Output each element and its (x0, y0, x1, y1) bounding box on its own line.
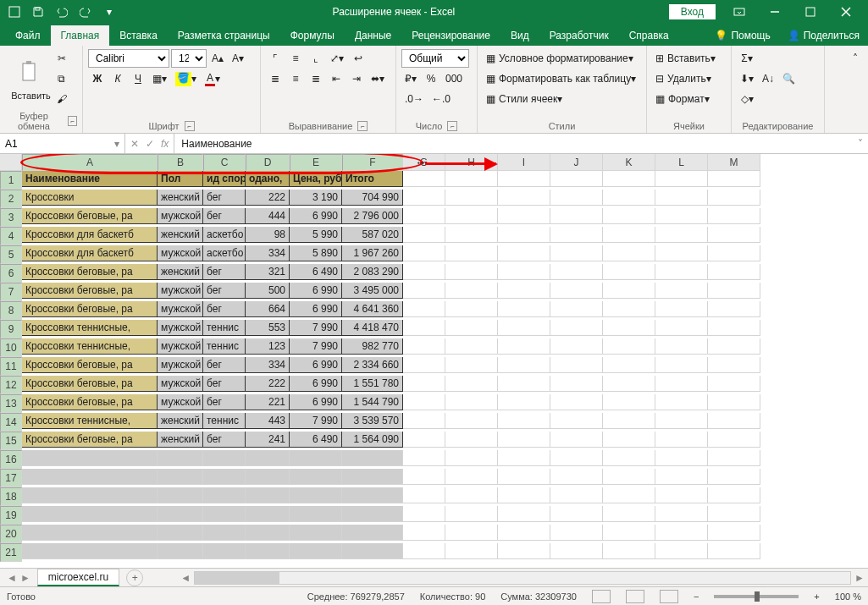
col-header-F[interactable]: F (342, 154, 403, 171)
empty-cell[interactable] (22, 525, 158, 541)
empty-cell[interactable] (603, 320, 655, 336)
empty-cell[interactable] (498, 264, 550, 280)
empty-cell[interactable] (203, 543, 246, 559)
empty-cell[interactable] (403, 469, 445, 485)
empty-cell[interactable] (655, 394, 708, 410)
qat-customize-icon[interactable]: ▾ (100, 3, 119, 21)
empty-cell[interactable] (655, 413, 708, 429)
empty-cell[interactable] (550, 320, 603, 336)
data-cell[interactable]: 4 641 360 (342, 301, 403, 317)
empty-cell[interactable] (655, 376, 708, 392)
empty-cell[interactable] (246, 450, 290, 466)
empty-cell[interactable] (498, 487, 550, 503)
empty-cell[interactable] (403, 190, 445, 206)
fx-icon[interactable]: fx (161, 138, 169, 150)
data-cell[interactable]: 1 551 780 (342, 376, 403, 392)
zoom-out-icon[interactable]: − (694, 591, 699, 602)
header-cell[interactable] (655, 171, 708, 187)
format-table-button[interactable]: ▦ Форматировать как таблицу ▾ (483, 69, 641, 88)
align-top-icon[interactable]: ⌜ (266, 49, 285, 68)
data-cell[interactable]: 6 990 (290, 301, 342, 317)
empty-cell[interactable] (708, 227, 760, 243)
empty-cell[interactable] (445, 543, 498, 559)
close-icon[interactable] (829, 3, 863, 21)
data-cell[interactable]: 7 990 (290, 413, 342, 429)
tab-разметка страницы[interactable]: Разметка страницы (168, 25, 280, 46)
cond-format-button[interactable]: ▦ Условное форматирование ▾ (483, 49, 641, 68)
dec-decimal-icon[interactable]: ←.0 (428, 90, 454, 108)
header-cell[interactable]: ид спорт (203, 171, 246, 187)
row-header-12[interactable]: 12 (0, 376, 22, 394)
zoom-in-icon[interactable]: + (814, 591, 819, 602)
save-icon[interactable] (29, 3, 47, 21)
empty-cell[interactable] (603, 190, 655, 206)
empty-cell[interactable] (246, 525, 290, 541)
empty-cell[interactable] (655, 543, 708, 559)
row-header-19[interactable]: 19 (0, 506, 22, 525)
empty-cell[interactable] (403, 543, 445, 559)
empty-cell[interactable] (550, 543, 603, 559)
empty-cell[interactable] (498, 432, 550, 448)
delete-cells-button[interactable]: ⊟ Удалить ▾ (652, 69, 726, 88)
data-cell[interactable]: Кроссовки беговые, ра (22, 432, 158, 448)
data-cell[interactable]: 3 495 000 (342, 283, 403, 299)
empty-cell[interactable] (655, 320, 708, 336)
empty-cell[interactable] (445, 208, 498, 224)
sort-filter-icon[interactable]: A↓ (759, 55, 777, 102)
empty-cell[interactable] (708, 245, 760, 261)
col-header-L[interactable]: L (655, 154, 708, 171)
empty-cell[interactable] (445, 245, 498, 261)
row-header-7[interactable]: 7 (0, 283, 22, 301)
data-cell[interactable]: 664 (246, 301, 290, 317)
fill-color-icon[interactable]: 🪣▾ (172, 69, 200, 88)
sheet-nav-next-icon[interactable]: ► (20, 572, 30, 584)
empty-cell[interactable] (445, 338, 498, 355)
empty-cell[interactable] (403, 394, 445, 410)
empty-cell[interactable] (603, 543, 655, 559)
empty-cell[interactable] (550, 208, 603, 224)
data-cell[interactable]: мужской (158, 357, 203, 373)
tab-рецензирование[interactable]: Рецензирование (401, 25, 500, 46)
copy-icon[interactable]: ⧉ (53, 69, 71, 88)
empty-cell[interactable] (550, 301, 603, 317)
tab-справка[interactable]: Справка (619, 25, 679, 46)
row-header-5[interactable]: 5 (0, 245, 22, 264)
header-cell[interactable] (603, 171, 655, 187)
empty-cell[interactable] (290, 543, 342, 559)
data-cell[interactable]: 222 (246, 376, 290, 392)
border-icon[interactable]: ▦▾ (149, 69, 170, 88)
comma-icon[interactable]: 000 (442, 69, 466, 88)
fill-icon[interactable]: ⬇▾ (737, 69, 757, 88)
zoom-level[interactable]: 100 % (835, 591, 861, 602)
empty-cell[interactable] (403, 506, 445, 522)
expand-fbar-icon[interactable]: ˅ (853, 134, 868, 153)
row-header-21[interactable]: 21 (0, 543, 22, 562)
data-cell[interactable]: мужской (158, 301, 203, 317)
merge-icon[interactable]: ⬌▾ (368, 69, 388, 88)
empty-cell[interactable] (203, 469, 246, 485)
empty-cell[interactable] (708, 264, 760, 280)
signin-button[interactable]: Вход (669, 4, 716, 19)
data-cell[interactable]: мужской (158, 320, 203, 336)
cut-icon[interactable]: ✂ (53, 49, 71, 68)
data-cell[interactable]: 6 490 (290, 432, 342, 448)
empty-cell[interactable] (603, 506, 655, 522)
font-name-select[interactable]: Calibri (88, 49, 169, 68)
header-cell[interactable]: Пол (158, 171, 203, 187)
hscroll-right-icon[interactable]: ► (851, 572, 868, 584)
new-sheet-icon[interactable]: + (126, 569, 143, 586)
data-cell[interactable]: женский (158, 227, 203, 243)
empty-cell[interactable] (708, 208, 760, 224)
data-cell[interactable]: 6 990 (290, 208, 342, 224)
data-cell[interactable]: 334 (246, 245, 290, 261)
data-cell[interactable]: Кроссовки (22, 190, 158, 206)
empty-cell[interactable] (445, 487, 498, 503)
data-cell[interactable]: 2 796 000 (342, 208, 403, 224)
empty-cell[interactable] (708, 432, 760, 448)
empty-cell[interactable] (445, 469, 498, 485)
empty-cell[interactable] (708, 450, 760, 466)
data-cell[interactable]: Кроссовки для баскетб (22, 245, 158, 261)
empty-cell[interactable] (403, 487, 445, 503)
indent-dec-icon[interactable]: ⇤ (327, 69, 346, 88)
empty-cell[interactable] (403, 357, 445, 373)
